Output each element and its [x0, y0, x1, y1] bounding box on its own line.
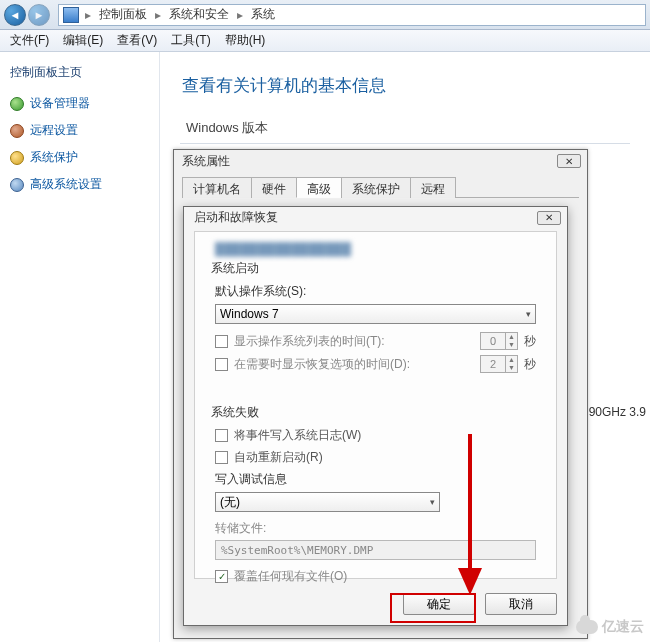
close-button[interactable]: ✕	[537, 211, 561, 225]
dialog-body: ████████████████ 系统启动 默认操作系统(S): Windows…	[194, 231, 557, 579]
os-time-spinner[interactable]: ▲▼	[480, 332, 518, 350]
tab-strip: 计算机名 硬件 高级 系统保护 远程	[182, 176, 579, 198]
breadcrumb-seg-1[interactable]: 控制面板	[93, 5, 153, 25]
sidebar-title: 控制面板主页	[10, 64, 149, 81]
show-recovery-checkbox[interactable]	[215, 358, 228, 371]
auto-restart-checkbox[interactable]	[215, 451, 228, 464]
sidebar-link-remote[interactable]: 远程设置	[10, 122, 149, 139]
sidebar-link-label: 高级系统设置	[30, 176, 102, 193]
auto-restart-label: 自动重新启动(R)	[234, 449, 323, 466]
control-panel-icon	[63, 7, 79, 23]
menu-view[interactable]: 查看(V)	[111, 30, 163, 51]
sidebar: 控制面板主页 设备管理器 远程设置 系统保护 高级系统设置	[0, 52, 160, 642]
menu-tools[interactable]: 工具(T)	[165, 30, 216, 51]
chevron-right-icon: ▸	[83, 8, 93, 22]
cloud-icon	[576, 620, 598, 634]
chevron-right-icon: ▸	[235, 8, 245, 22]
show-os-checkbox[interactable]	[215, 335, 228, 348]
os-time-value[interactable]	[481, 333, 505, 349]
tab-advanced[interactable]: 高级	[296, 177, 342, 198]
menu-edit[interactable]: 编辑(E)	[57, 30, 109, 51]
nav-buttons: ◄ ►	[0, 4, 54, 26]
device-manager-icon	[10, 97, 24, 111]
sidebar-link-label: 远程设置	[30, 122, 78, 139]
dump-file-label: 转储文件:	[215, 520, 536, 537]
address-bar: ◄ ► ▸ 控制面板 ▸ 系统和安全 ▸ 系统	[0, 0, 650, 30]
overwrite-checkbox[interactable]: ✓	[215, 570, 228, 583]
sidebar-link-advanced[interactable]: 高级系统设置	[10, 176, 149, 193]
page-title: 查看有关计算机的基本信息	[182, 74, 630, 97]
spinner-buttons[interactable]: ▲▼	[505, 356, 517, 372]
sidebar-link-label: 系统保护	[30, 149, 78, 166]
breadcrumb-seg-2[interactable]: 系统和安全	[163, 5, 235, 25]
chevron-down-icon: ▾	[526, 309, 531, 319]
unit-seconds: 秒	[524, 356, 536, 373]
nav-forward-button[interactable]: ►	[28, 4, 50, 26]
show-os-label: 显示操作系统列表的时间(T):	[234, 333, 474, 350]
ok-button[interactable]: 确定	[403, 593, 475, 615]
remote-settings-icon	[10, 124, 24, 138]
tab-hardware[interactable]: 硬件	[251, 177, 297, 198]
recovery-time-value[interactable]	[481, 356, 505, 372]
dialog-title: 启动和故障恢复	[194, 209, 278, 226]
watermark-text: 亿速云	[602, 618, 644, 636]
sidebar-link-label: 设备管理器	[30, 95, 90, 112]
divider	[180, 143, 630, 144]
tab-system-protection[interactable]: 系统保护	[341, 177, 411, 198]
auto-restart-row: 自动重新启动(R)	[215, 449, 536, 466]
system-protection-icon	[10, 151, 24, 165]
sidebar-link-device-manager[interactable]: 设备管理器	[10, 95, 149, 112]
tab-computer-name[interactable]: 计算机名	[182, 177, 252, 198]
select-value: Windows 7	[220, 307, 279, 321]
group-startup: 系统启动	[211, 260, 536, 277]
watermark: 亿速云	[576, 618, 644, 636]
group-failure: 系统失败	[211, 404, 536, 421]
nav-back-button[interactable]: ◄	[4, 4, 26, 26]
show-recovery-label: 在需要时显示恢复选项的时间(D):	[234, 356, 474, 373]
overwrite-row: ✓ 覆盖任何现有文件(O)	[215, 568, 536, 585]
default-os-label: 默认操作系统(S):	[215, 283, 536, 300]
show-recovery-time-row: 在需要时显示恢复选项的时间(D): ▲▼ 秒	[215, 355, 536, 373]
breadcrumb[interactable]: ▸ 控制面板 ▸ 系统和安全 ▸ 系统	[58, 4, 646, 26]
dialog-title: 系统属性	[182, 153, 230, 170]
select-value: (无)	[220, 494, 240, 511]
spinner-buttons[interactable]: ▲▼	[505, 333, 517, 349]
show-os-time-row: 显示操作系统列表的时间(T): ▲▼ 秒	[215, 332, 536, 350]
write-log-checkbox[interactable]	[215, 429, 228, 442]
chevron-right-icon: ▸	[153, 8, 163, 22]
advanced-settings-icon	[10, 178, 24, 192]
dialog-buttons: 确定 取消	[403, 593, 557, 615]
default-os-select[interactable]: Windows 7 ▾	[215, 304, 536, 324]
cpu-ghz-fragment: .90GHz 3.9	[585, 405, 646, 419]
write-log-row: 将事件写入系统日志(W)	[215, 427, 536, 444]
overwrite-label: 覆盖任何现有文件(O)	[234, 568, 347, 585]
menu-help[interactable]: 帮助(H)	[219, 30, 272, 51]
tab-remote[interactable]: 远程	[410, 177, 456, 198]
close-button[interactable]: ✕	[557, 154, 581, 168]
chevron-down-icon: ▾	[430, 497, 435, 507]
windows-version-heading: Windows 版本	[186, 119, 630, 137]
dump-select[interactable]: (无) ▾	[215, 492, 440, 512]
startup-recovery-dialog: 启动和故障恢复 ✕ ████████████████ 系统启动 默认操作系统(S…	[183, 206, 568, 626]
dump-file-path[interactable]	[215, 540, 536, 560]
sidebar-link-protection[interactable]: 系统保护	[10, 149, 149, 166]
write-log-label: 将事件写入系统日志(W)	[234, 427, 361, 444]
dump-info-label: 写入调试信息	[215, 471, 536, 488]
menu-bar: 文件(F) 编辑(E) 查看(V) 工具(T) 帮助(H)	[0, 30, 650, 52]
unit-seconds: 秒	[524, 333, 536, 350]
recovery-time-spinner[interactable]: ▲▼	[480, 355, 518, 373]
menu-file[interactable]: 文件(F)	[4, 30, 55, 51]
breadcrumb-seg-3[interactable]: 系统	[245, 5, 281, 25]
blurred-text: ████████████████	[215, 242, 536, 256]
cancel-button[interactable]: 取消	[485, 593, 557, 615]
